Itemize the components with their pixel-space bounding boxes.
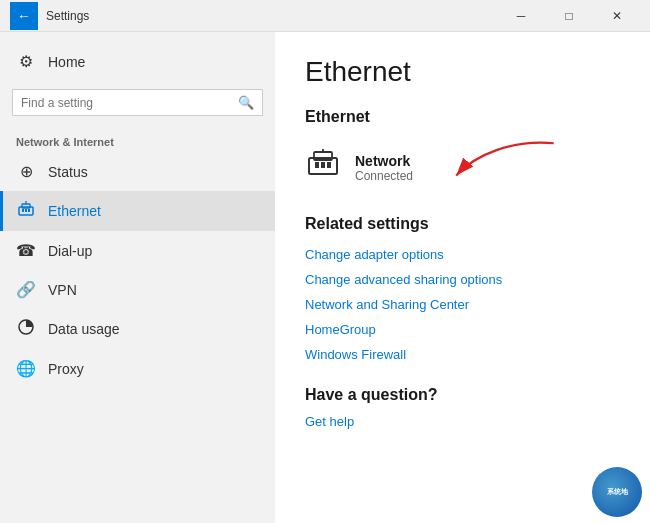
- search-input[interactable]: [21, 96, 232, 110]
- status-icon: ⊕: [16, 162, 36, 181]
- network-icon: [305, 148, 341, 187]
- sidebar-home-label: Home: [48, 54, 85, 70]
- sidebar-item-status[interactable]: ⊕ Status: [0, 152, 275, 191]
- window-controls: ─ □ ✕: [498, 2, 640, 30]
- sidebar-item-ethernet[interactable]: Ethernet: [0, 191, 275, 231]
- network-status: Connected: [355, 169, 413, 183]
- network-name: Network: [355, 153, 413, 169]
- home-icon: ⚙: [16, 52, 36, 71]
- windows-firewall-link[interactable]: Windows Firewall: [305, 347, 620, 362]
- network-info: Network Connected: [355, 153, 413, 183]
- sidebar-item-proxy[interactable]: 🌐 Proxy: [0, 349, 275, 388]
- back-icon: ←: [17, 8, 31, 24]
- datausage-icon: [16, 319, 36, 339]
- app-body: ⚙ Home 🔍 Network & Internet ⊕ Status: [0, 32, 650, 523]
- have-question-section: Have a question? Get help: [305, 386, 620, 429]
- homegroup-link[interactable]: HomeGroup: [305, 322, 620, 337]
- change-advanced-sharing-link[interactable]: Change advanced sharing options: [305, 272, 620, 287]
- sidebar-category-network: Network & Internet: [0, 124, 275, 152]
- svg-rect-1: [22, 204, 30, 208]
- sidebar-item-datausage-label: Data usage: [48, 321, 120, 337]
- sidebar-item-vpn-label: VPN: [48, 282, 77, 298]
- sidebar-item-datausage[interactable]: Data usage: [0, 309, 275, 349]
- svg-rect-3: [22, 209, 24, 212]
- change-adapter-options-link[interactable]: Change adapter options: [305, 247, 620, 262]
- app-title: Settings: [46, 9, 498, 23]
- sidebar-item-ethernet-label: Ethernet: [48, 203, 101, 219]
- svg-rect-12: [327, 162, 331, 168]
- svg-rect-10: [315, 162, 319, 168]
- search-icon: 🔍: [238, 95, 254, 110]
- back-button[interactable]: ←: [10, 2, 38, 30]
- page-title: Ethernet: [305, 56, 620, 88]
- proxy-icon: 🌐: [16, 359, 36, 378]
- titlebar: ← Settings ─ □ ✕: [0, 0, 650, 32]
- sidebar-item-proxy-label: Proxy: [48, 361, 84, 377]
- sidebar-item-status-label: Status: [48, 164, 88, 180]
- close-button[interactable]: ✕: [594, 2, 640, 30]
- sidebar-item-home[interactable]: ⚙ Home: [0, 42, 275, 81]
- maximize-button[interactable]: □: [546, 2, 592, 30]
- network-item[interactable]: Network Connected: [305, 140, 620, 195]
- dialup-icon: ☎: [16, 241, 36, 260]
- svg-rect-5: [28, 209, 30, 212]
- related-settings-title: Related settings: [305, 215, 620, 233]
- sidebar-item-dialup[interactable]: ☎ Dial-up: [0, 231, 275, 270]
- content-area: Ethernet Ethernet Network Connected: [275, 32, 650, 523]
- sidebar-item-vpn[interactable]: 🔗 VPN: [0, 270, 275, 309]
- svg-rect-4: [25, 209, 27, 212]
- sidebar-item-dialup-label: Dial-up: [48, 243, 92, 259]
- svg-rect-11: [321, 162, 325, 168]
- ethernet-icon: [16, 201, 36, 221]
- have-question-title: Have a question?: [305, 386, 620, 404]
- sidebar: ⚙ Home 🔍 Network & Internet ⊕ Status: [0, 32, 275, 523]
- vpn-icon: 🔗: [16, 280, 36, 299]
- ethernet-section-title: Ethernet: [305, 108, 620, 126]
- network-sharing-center-link[interactable]: Network and Sharing Center: [305, 297, 620, 312]
- get-help-link[interactable]: Get help: [305, 414, 620, 429]
- search-box[interactable]: 🔍: [12, 89, 263, 116]
- minimize-button[interactable]: ─: [498, 2, 544, 30]
- watermark: 系统地: [592, 467, 642, 517]
